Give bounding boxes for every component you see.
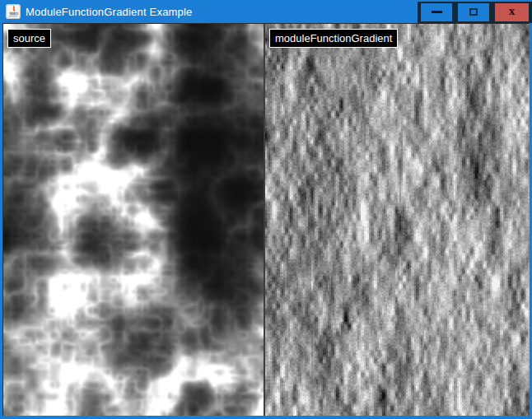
module-function-gradient-image [265, 24, 530, 416]
source-image-label: source [7, 29, 51, 48]
gradient-image-label: moduleFunctionGradient [269, 29, 398, 48]
content-area: source moduleFunctionGradient [2, 23, 530, 416]
source-image [3, 24, 264, 416]
window-title: ModuleFunctionGradient Example [26, 6, 418, 18]
window-controls: x [418, 2, 532, 23]
java-coffee-cup-icon [6, 4, 21, 19]
minimize-icon [432, 11, 442, 13]
minimize-button[interactable] [419, 2, 454, 23]
close-button[interactable]: x [493, 2, 530, 23]
close-icon: x [509, 5, 516, 17]
source-image-panel: source [3, 24, 264, 416]
app-window: ModuleFunctionGradient Example x source … [0, 0, 532, 419]
maximize-button[interactable] [456, 2, 491, 23]
titlebar[interactable]: ModuleFunctionGradient Example x [0, 0, 532, 23]
maximize-icon [469, 8, 478, 16]
gradient-image-panel: moduleFunctionGradient [265, 24, 530, 416]
